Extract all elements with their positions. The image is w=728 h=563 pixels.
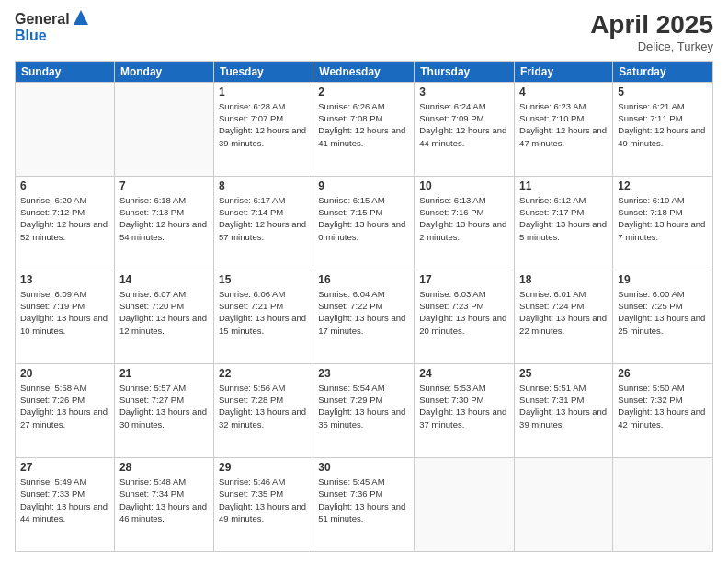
day-info: Sunrise: 6:15 AMSunset: 7:15 PMDaylight:… <box>318 194 409 243</box>
calendar-day-header: Wednesday <box>313 61 415 82</box>
day-number: 27 <box>20 461 109 474</box>
day-number: 1 <box>219 86 308 98</box>
calendar-table: SundayMondayTuesdayWednesdayThursdayFrid… <box>15 61 713 552</box>
day-info: Sunrise: 6:20 AMSunset: 7:12 PMDaylight:… <box>20 194 109 243</box>
calendar-day-cell: 24Sunrise: 5:53 AMSunset: 7:30 PMDayligh… <box>415 363 515 457</box>
day-info: Sunrise: 5:45 AMSunset: 7:36 PMDaylight:… <box>318 476 409 524</box>
day-number: 14 <box>119 273 209 286</box>
day-info: Sunrise: 5:46 AMSunset: 7:35 PMDaylight:… <box>219 476 308 524</box>
day-info: Sunrise: 5:49 AMSunset: 7:33 PMDaylight:… <box>20 476 109 524</box>
calendar-day-cell: 12Sunrise: 6:10 AMSunset: 7:18 PMDayligh… <box>613 176 713 270</box>
calendar-day-cell: 22Sunrise: 5:56 AMSunset: 7:28 PMDayligh… <box>213 363 313 457</box>
day-info: Sunrise: 6:09 AMSunset: 7:19 PMDaylight:… <box>20 288 109 337</box>
calendar-day-cell <box>613 457 713 551</box>
month-title: April 2025 <box>590 11 713 40</box>
day-number: 8 <box>219 179 308 192</box>
day-info: Sunrise: 5:53 AMSunset: 7:30 PMDaylight:… <box>419 382 509 431</box>
day-number: 4 <box>519 86 608 98</box>
day-number: 18 <box>519 273 608 286</box>
calendar-day-cell: 15Sunrise: 6:06 AMSunset: 7:21 PMDayligh… <box>213 270 313 363</box>
day-info: Sunrise: 6:10 AMSunset: 7:18 PMDaylight:… <box>618 194 708 243</box>
day-number: 28 <box>119 461 209 474</box>
calendar-day-cell: 10Sunrise: 6:13 AMSunset: 7:16 PMDayligh… <box>415 176 515 270</box>
day-number: 21 <box>119 367 209 380</box>
day-number: 26 <box>618 367 708 380</box>
day-number: 12 <box>618 179 708 192</box>
day-number: 15 <box>219 273 308 286</box>
calendar-day-cell: 26Sunrise: 5:50 AMSunset: 7:32 PMDayligh… <box>613 363 713 457</box>
calendar-day-cell: 25Sunrise: 5:51 AMSunset: 7:31 PMDayligh… <box>515 363 613 457</box>
day-info: Sunrise: 6:07 AMSunset: 7:20 PMDaylight:… <box>119 288 209 337</box>
day-number: 6 <box>20 179 109 192</box>
logo-icon <box>72 8 90 27</box>
logo-blue: Blue <box>15 28 90 44</box>
calendar-day-header: Sunday <box>16 61 115 82</box>
calendar-day-cell <box>16 82 115 176</box>
day-number: 10 <box>419 179 509 192</box>
day-info: Sunrise: 6:00 AMSunset: 7:25 PMDaylight:… <box>618 288 708 337</box>
calendar-header-row: SundayMondayTuesdayWednesdayThursdayFrid… <box>16 61 713 82</box>
day-number: 16 <box>318 273 409 286</box>
calendar-day-cell: 30Sunrise: 5:45 AMSunset: 7:36 PMDayligh… <box>313 457 415 551</box>
calendar-day-cell <box>415 457 515 551</box>
calendar-day-cell: 6Sunrise: 6:20 AMSunset: 7:12 PMDaylight… <box>16 176 115 270</box>
day-info: Sunrise: 5:51 AMSunset: 7:31 PMDaylight:… <box>519 382 608 431</box>
calendar-day-cell: 19Sunrise: 6:00 AMSunset: 7:25 PMDayligh… <box>613 270 713 363</box>
calendar-day-cell <box>515 457 613 551</box>
day-number: 13 <box>20 273 109 286</box>
day-info: Sunrise: 5:58 AMSunset: 7:26 PMDaylight:… <box>20 382 109 431</box>
calendar-day-cell: 2Sunrise: 6:26 AMSunset: 7:08 PMDaylight… <box>313 82 415 176</box>
calendar-day-header: Saturday <box>613 61 713 82</box>
logo-text: General Blue <box>15 11 90 43</box>
day-info: Sunrise: 6:13 AMSunset: 7:16 PMDaylight:… <box>419 194 509 243</box>
calendar-day-header: Friday <box>515 61 613 82</box>
calendar-day-cell: 3Sunrise: 6:24 AMSunset: 7:09 PMDaylight… <box>415 82 515 176</box>
logo: General Blue <box>15 11 90 43</box>
calendar-day-header: Monday <box>114 61 213 82</box>
calendar-day-cell: 1Sunrise: 6:28 AMSunset: 7:07 PMDaylight… <box>213 82 313 176</box>
calendar-day-cell: 21Sunrise: 5:57 AMSunset: 7:27 PMDayligh… <box>114 363 213 457</box>
calendar-week-row: 1Sunrise: 6:28 AMSunset: 7:07 PMDaylight… <box>16 82 713 176</box>
calendar-day-cell: 28Sunrise: 5:48 AMSunset: 7:34 PMDayligh… <box>114 457 213 551</box>
day-info: Sunrise: 6:24 AMSunset: 7:09 PMDaylight:… <box>419 100 509 149</box>
header: General Blue April 2025 Delice, Turkey <box>15 11 713 53</box>
day-number: 7 <box>119 179 209 192</box>
day-info: Sunrise: 6:06 AMSunset: 7:21 PMDaylight:… <box>219 288 308 337</box>
day-info: Sunrise: 6:04 AMSunset: 7:22 PMDaylight:… <box>318 288 409 337</box>
calendar-day-cell: 11Sunrise: 6:12 AMSunset: 7:17 PMDayligh… <box>515 176 613 270</box>
day-number: 11 <box>519 179 608 192</box>
calendar-day-header: Thursday <box>415 61 515 82</box>
day-number: 17 <box>419 273 509 286</box>
calendar-week-row: 27Sunrise: 5:49 AMSunset: 7:33 PMDayligh… <box>16 457 713 551</box>
day-number: 9 <box>318 179 409 192</box>
day-info: Sunrise: 6:23 AMSunset: 7:10 PMDaylight:… <box>519 100 608 149</box>
day-info: Sunrise: 5:54 AMSunset: 7:29 PMDaylight:… <box>318 382 409 431</box>
calendar-day-cell: 23Sunrise: 5:54 AMSunset: 7:29 PMDayligh… <box>313 363 415 457</box>
day-info: Sunrise: 5:56 AMSunset: 7:28 PMDaylight:… <box>219 382 308 431</box>
day-info: Sunrise: 5:57 AMSunset: 7:27 PMDaylight:… <box>119 382 209 431</box>
calendar-day-cell: 29Sunrise: 5:46 AMSunset: 7:35 PMDayligh… <box>213 457 313 551</box>
logo-general: General <box>15 11 70 28</box>
day-number: 25 <box>519 367 608 380</box>
calendar-week-row: 13Sunrise: 6:09 AMSunset: 7:19 PMDayligh… <box>16 270 713 363</box>
calendar-day-cell: 5Sunrise: 6:21 AMSunset: 7:11 PMDaylight… <box>613 82 713 176</box>
calendar-day-cell: 27Sunrise: 5:49 AMSunset: 7:33 PMDayligh… <box>16 457 115 551</box>
calendar-day-cell: 13Sunrise: 6:09 AMSunset: 7:19 PMDayligh… <box>16 270 115 363</box>
calendar-day-cell: 4Sunrise: 6:23 AMSunset: 7:10 PMDaylight… <box>515 82 613 176</box>
page: General Blue April 2025 Delice, Turkey S… <box>0 0 728 563</box>
day-number: 29 <box>219 461 308 474</box>
calendar-day-cell: 16Sunrise: 6:04 AMSunset: 7:22 PMDayligh… <box>313 270 415 363</box>
day-info: Sunrise: 6:28 AMSunset: 7:07 PMDaylight:… <box>219 100 308 149</box>
calendar-day-cell: 9Sunrise: 6:15 AMSunset: 7:15 PMDaylight… <box>313 176 415 270</box>
day-number: 22 <box>219 367 308 380</box>
day-number: 5 <box>618 86 708 98</box>
calendar-day-cell: 7Sunrise: 6:18 AMSunset: 7:13 PMDaylight… <box>114 176 213 270</box>
svg-marker-0 <box>74 10 88 25</box>
day-number: 20 <box>20 367 109 380</box>
calendar-day-cell: 20Sunrise: 5:58 AMSunset: 7:26 PMDayligh… <box>16 363 115 457</box>
day-number: 2 <box>318 86 409 98</box>
calendar-day-cell: 8Sunrise: 6:17 AMSunset: 7:14 PMDaylight… <box>213 176 313 270</box>
calendar-week-row: 6Sunrise: 6:20 AMSunset: 7:12 PMDaylight… <box>16 176 713 270</box>
day-number: 3 <box>419 86 509 98</box>
day-info: Sunrise: 6:18 AMSunset: 7:13 PMDaylight:… <box>119 194 209 243</box>
